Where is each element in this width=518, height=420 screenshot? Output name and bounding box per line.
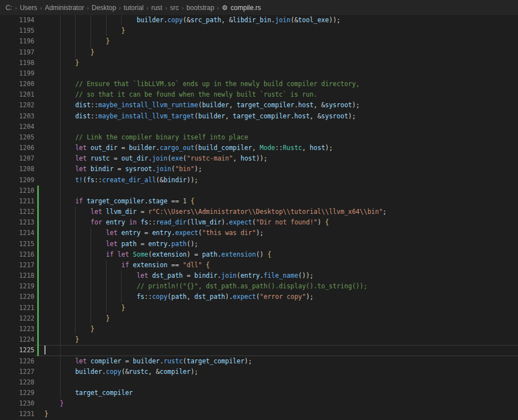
- line-number[interactable]: 1222: [0, 313, 34, 324]
- gutter-added-indicator[interactable]: [37, 303, 39, 313]
- line-number[interactable]: 1216: [0, 249, 34, 260]
- breadcrumb-item-file[interactable]: compile.rs: [230, 4, 261, 12]
- code-line[interactable]: 1215 let path = entry.path();: [0, 239, 518, 249]
- code-text[interactable]: [44, 186, 518, 196]
- code-text[interactable]: // Ensure that `libLLVM.so` ends up in t…: [44, 79, 518, 89]
- code-text[interactable]: }: [44, 313, 518, 324]
- line-number[interactable]: 1228: [0, 377, 34, 388]
- code-line[interactable]: 1194 builder.copy(&src_path, &libdir_bin…: [0, 15, 518, 26]
- line-number[interactable]: 1199: [0, 68, 34, 79]
- gutter-added-indicator[interactable]: [37, 260, 39, 271]
- code-text[interactable]: }: [44, 324, 518, 334]
- code-line[interactable]: 1205 // Link the compiler binary itself …: [0, 132, 518, 143]
- code-line[interactable]: 1212 let llvm_dir = r"C:\\Users\\Adminis…: [0, 207, 518, 217]
- code-line[interactable]: 1208 let bindir = sysroot.join("bin");: [0, 164, 518, 174]
- code-line[interactable]: 1229 target_compiler: [0, 388, 518, 398]
- line-number[interactable]: 1196: [0, 36, 34, 47]
- line-number[interactable]: 1219: [0, 281, 34, 292]
- gutter-added-indicator[interactable]: [37, 186, 39, 196]
- line-number[interactable]: 1221: [0, 303, 34, 313]
- line-number[interactable]: 1220: [0, 292, 34, 302]
- code-line[interactable]: 1203 dist::maybe_install_llvm_target(bui…: [0, 111, 518, 122]
- code-text[interactable]: [44, 377, 518, 388]
- line-number[interactable]: 1218: [0, 271, 34, 281]
- code-text[interactable]: [44, 68, 518, 79]
- code-text[interactable]: }: [44, 47, 518, 58]
- line-number[interactable]: 1194: [0, 15, 34, 26]
- line-number[interactable]: 1210: [0, 186, 34, 196]
- gutter-added-indicator[interactable]: [37, 228, 39, 238]
- code-line[interactable]: 1210: [0, 186, 518, 196]
- code-line[interactable]: 1219 // println!("{}", dst_path.as_path(…: [0, 281, 518, 292]
- code-line[interactable]: 1207 let rustc = out_dir.join(exe("rustc…: [0, 153, 518, 164]
- line-number[interactable]: 1215: [0, 239, 34, 249]
- code-text[interactable]: let bindir = sysroot.join("bin");: [44, 164, 518, 174]
- code-text[interactable]: }: [44, 26, 518, 36]
- gutter-added-indicator[interactable]: [37, 313, 39, 324]
- gutter-added-indicator[interactable]: [37, 334, 39, 345]
- code-line[interactable]: 1230 }: [0, 398, 518, 409]
- line-number[interactable]: 1213: [0, 217, 34, 228]
- line-number[interactable]: 1227: [0, 367, 34, 377]
- line-number[interactable]: 1208: [0, 164, 34, 174]
- breadcrumb-item[interactable]: Desktop: [92, 4, 116, 12]
- line-number[interactable]: 1197: [0, 47, 34, 58]
- line-number[interactable]: 1206: [0, 143, 34, 153]
- code-line[interactable]: 1214 let entry = entry.expect("this was …: [0, 228, 518, 238]
- code-text[interactable]: let path = entry.path();: [44, 239, 518, 249]
- breadcrumb-item[interactable]: bootstrap: [187, 4, 214, 12]
- code-line[interactable]: 1201 // so that it can be found when the…: [0, 89, 518, 100]
- code-text[interactable]: }: [44, 398, 518, 409]
- code-text[interactable]: dist::maybe_install_llvm_runtime(builder…: [44, 100, 518, 111]
- line-number[interactable]: 1202: [0, 100, 34, 111]
- code-line[interactable]: 1196 }: [0, 36, 518, 47]
- code-editor[interactable]: 1194 builder.copy(&src_path, &libdir_bin…: [0, 15, 518, 420]
- code-text[interactable]: builder.copy(&src_path, &libdir_bin.join…: [44, 15, 518, 26]
- line-number[interactable]: 1217: [0, 260, 34, 271]
- code-line[interactable]: 1218 let dst_path = bindir.join(entry.fi…: [0, 271, 518, 281]
- code-line[interactable]: 1227 builder.copy(&rustc, &compiler);: [0, 367, 518, 377]
- gutter-added-indicator[interactable]: [37, 196, 39, 207]
- code-line[interactable]: 1221 }: [0, 303, 518, 313]
- breadcrumb-item[interactable]: C:: [6, 4, 12, 12]
- line-number[interactable]: 1204: [0, 122, 34, 132]
- code-line[interactable]: 1200 // Ensure that `libLLVM.so` ends up…: [0, 79, 518, 89]
- gutter-added-indicator[interactable]: [37, 281, 39, 292]
- code-line[interactable]: 1217 if extension == "dll" {: [0, 260, 518, 271]
- line-number[interactable]: 1212: [0, 207, 34, 217]
- line-number[interactable]: 1225: [0, 345, 34, 356]
- breadcrumb-item[interactable]: rust: [151, 4, 162, 12]
- gutter-added-indicator[interactable]: [37, 292, 39, 302]
- gutter-added-indicator[interactable]: [37, 345, 39, 356]
- code-text[interactable]: let compiler = builder.rustc(target_comp…: [44, 356, 518, 367]
- code-line[interactable]: 1223 }: [0, 324, 518, 334]
- gutter-added-indicator[interactable]: [37, 239, 39, 249]
- line-number[interactable]: 1230: [0, 398, 34, 409]
- code-text[interactable]: // so that it can be found when the newl…: [44, 89, 518, 100]
- code-text[interactable]: }: [44, 409, 518, 419]
- line-number[interactable]: 1198: [0, 58, 34, 68]
- line-number[interactable]: 1229: [0, 388, 34, 398]
- line-number[interactable]: 1223: [0, 324, 34, 334]
- code-text[interactable]: }: [44, 334, 518, 345]
- code-line[interactable]: 1202 dist::maybe_install_llvm_runtime(bu…: [0, 100, 518, 111]
- code-text[interactable]: if extension == "dll" {: [44, 260, 518, 271]
- code-text[interactable]: fs::copy(path, dst_path).expect("error c…: [44, 292, 518, 302]
- code-line[interactable]: 1211 if target_compiler.stage == 1 {: [0, 196, 518, 207]
- line-number[interactable]: 1201: [0, 89, 34, 100]
- code-text[interactable]: let out_dir = builder.cargo_out(build_co…: [44, 143, 518, 153]
- gutter-added-indicator[interactable]: [37, 249, 39, 260]
- code-text[interactable]: if let Some(extension) = path.extension(…: [44, 249, 518, 260]
- code-text[interactable]: let llvm_dir = r"C:\\Users\\Administrato…: [44, 207, 518, 217]
- code-line[interactable]: 1226 let compiler = builder.rustc(target…: [0, 356, 518, 367]
- gutter-added-indicator[interactable]: [37, 207, 39, 217]
- line-number[interactable]: 1203: [0, 111, 34, 122]
- code-text[interactable]: t!(fs::create_dir_all(&bindir));: [44, 175, 518, 186]
- gutter-added-indicator[interactable]: [37, 271, 39, 281]
- code-line[interactable]: 1222 }: [0, 313, 518, 324]
- code-text[interactable]: target_compiler: [44, 388, 518, 398]
- code-line[interactable]: 1228: [0, 377, 518, 388]
- code-line[interactable]: 1195 }: [0, 26, 518, 36]
- code-text[interactable]: }: [44, 58, 518, 68]
- code-text[interactable]: // println!("{}", dst_path.as_path().dis…: [44, 281, 518, 292]
